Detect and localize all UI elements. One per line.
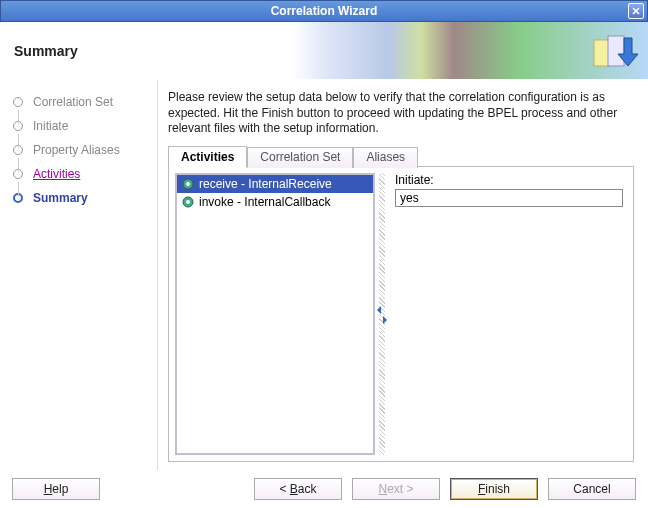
page-title: Summary: [0, 43, 78, 59]
wizard-main: Please review the setup data below to ve…: [158, 80, 648, 470]
close-button[interactable]: [628, 3, 644, 19]
initiate-value: yes: [395, 189, 623, 207]
step-activities[interactable]: Activities: [6, 162, 151, 186]
step-initiate: Initiate: [6, 114, 151, 138]
tab-panel: receive - InternalReceive invoke - Inter…: [168, 166, 634, 462]
svg-point-5: [186, 182, 190, 186]
title-bar: Correlation Wizard: [0, 0, 648, 22]
activity-item-invoke[interactable]: invoke - InternalCallback: [177, 193, 373, 211]
wizard-header: Summary: [0, 22, 648, 80]
step-label: Correlation Set: [33, 95, 113, 109]
cancel-button[interactable]: Cancel: [548, 478, 636, 500]
tab-correlation-set[interactable]: Correlation Set: [247, 147, 353, 168]
help-button[interactable]: Help: [12, 478, 100, 500]
splitter-handle[interactable]: [379, 173, 385, 455]
tab-activities[interactable]: Activities: [168, 146, 247, 167]
header-graphic-icon: [590, 32, 640, 72]
tab-bar: Activities Correlation Set Aliases: [168, 145, 634, 166]
close-icon: [631, 6, 641, 16]
tab-aliases[interactable]: Aliases: [353, 147, 418, 168]
gear-icon: [181, 195, 195, 209]
activity-item-receive[interactable]: receive - InternalReceive: [177, 175, 373, 193]
activities-list[interactable]: receive - InternalReceive invoke - Inter…: [175, 173, 375, 455]
step-summary: Summary: [6, 186, 151, 210]
activity-label: invoke - InternalCallback: [199, 195, 330, 209]
activity-label: receive - InternalReceive: [199, 177, 332, 191]
activity-detail: Initiate: yes: [385, 167, 633, 461]
step-property-aliases: Property Aliases: [6, 138, 151, 162]
tab-label: Activities: [181, 150, 234, 164]
step-dot-icon: [13, 97, 23, 107]
wizard-footer: Help < Back Next > Finish Cancel: [0, 470, 648, 508]
tab-label: Aliases: [366, 150, 405, 164]
step-label: Property Aliases: [33, 143, 120, 157]
gear-icon: [181, 177, 195, 191]
initiate-label: Initiate:: [395, 173, 623, 187]
tab-label: Correlation Set: [260, 150, 340, 164]
step-label: Initiate: [33, 119, 68, 133]
finish-button[interactable]: Finish: [450, 478, 538, 500]
step-label: Summary: [33, 191, 88, 205]
next-button: Next >: [352, 478, 440, 500]
instructions-text: Please review the setup data below to ve…: [168, 90, 634, 137]
wizard-steps-sidebar: Correlation Set Initiate Property Aliase…: [0, 80, 158, 470]
step-label: Activities: [33, 167, 80, 181]
back-button[interactable]: < Back: [254, 478, 342, 500]
step-correlation-set: Correlation Set: [6, 90, 151, 114]
svg-point-7: [186, 200, 190, 204]
svg-rect-3: [608, 36, 624, 66]
window-title: Correlation Wizard: [271, 4, 378, 18]
